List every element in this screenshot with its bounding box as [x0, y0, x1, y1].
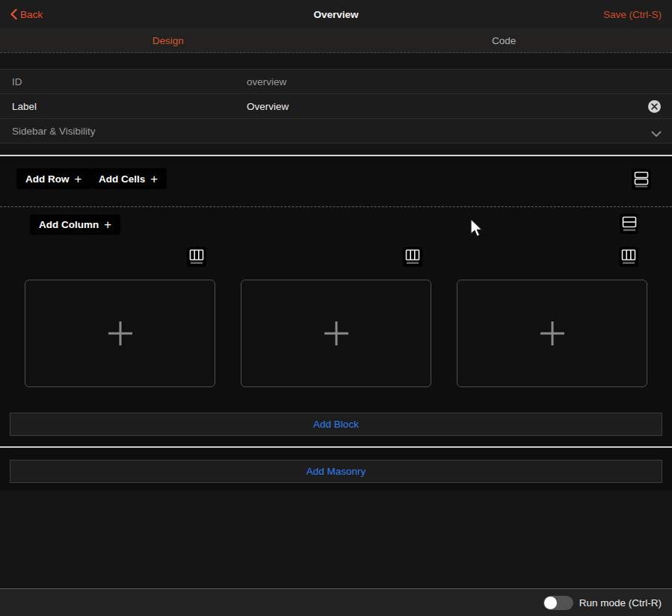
- id-value[interactable]: overview: [247, 76, 286, 87]
- add-column-button[interactable]: Add Column +: [30, 215, 120, 235]
- form-row-label: Label Overview: [0, 94, 672, 119]
- rows-layout-icon: [634, 171, 649, 188]
- tab-bar: Design Code: [0, 28, 672, 53]
- layout-toolbar: Add Row + Add Cells +: [0, 156, 672, 207]
- back-button[interactable]: Back: [10, 0, 43, 28]
- footer-bar: Run mode (Ctrl-R): [0, 588, 672, 616]
- run-mode-toggle[interactable]: [543, 596, 573, 610]
- page-title: Overview: [0, 0, 672, 28]
- chevron-down-icon[interactable]: [651, 127, 662, 141]
- empty-cell-2[interactable]: [241, 280, 431, 387]
- cell-layout-button[interactable]: [620, 214, 638, 234]
- column-layout-button-3[interactable]: [619, 247, 638, 267]
- plus-icon: +: [150, 173, 158, 185]
- column-layout-button-1[interactable]: [187, 247, 206, 267]
- add-plus-icon: [538, 319, 567, 348]
- empty-cell-1[interactable]: [25, 280, 215, 387]
- add-masonry-button[interactable]: Add Masonry: [10, 460, 662, 483]
- back-label: Back: [20, 9, 43, 20]
- form-row-id: ID overview: [0, 70, 672, 94]
- header-bar: Back Overview Save (Ctrl-S): [0, 0, 672, 28]
- column-layout-button-2[interactable]: [403, 247, 422, 267]
- tab-design[interactable]: Design: [0, 28, 336, 52]
- add-row-label: Add Row: [25, 173, 70, 185]
- tab-code[interactable]: Code: [336, 28, 672, 52]
- add-cells-button[interactable]: Add Cells +: [90, 168, 167, 189]
- plus-icon: +: [75, 173, 82, 185]
- row-layout-button[interactable]: [632, 169, 651, 190]
- plus-icon: +: [104, 218, 111, 231]
- add-plus-icon: [106, 319, 135, 348]
- columns-layout-icon: [405, 249, 420, 265]
- empty-cell-3[interactable]: [457, 280, 647, 387]
- add-row-button[interactable]: Add Row +: [16, 168, 90, 189]
- x-icon: [651, 103, 658, 110]
- form-row-sidebar-visibility[interactable]: Sidebar & Visibility: [0, 119, 672, 144]
- add-plus-icon: [322, 319, 351, 348]
- chevron-left-icon: [10, 9, 17, 19]
- run-mode-label: Run mode (Ctrl-R): [579, 589, 662, 616]
- properties-form: ID overview Label Overview Sidebar & Vis…: [0, 69, 672, 144]
- add-column-label: Add Column: [39, 219, 99, 230]
- clear-label-button[interactable]: [648, 100, 661, 113]
- label-value[interactable]: Overview: [247, 101, 289, 112]
- add-block-button[interactable]: Add Block: [10, 413, 662, 436]
- sidebar-visibility-label: Sidebar & Visibility: [12, 126, 96, 137]
- toggle-knob: [544, 597, 557, 609]
- save-button[interactable]: Save (Ctrl-S): [603, 0, 662, 28]
- columns-layout-icon: [621, 249, 636, 265]
- row-canvas: Add Column +: [0, 208, 672, 446]
- columns-layout-icon: [189, 249, 204, 265]
- cells-layout-icon: [622, 216, 637, 232]
- id-label: ID: [12, 76, 22, 87]
- masonry-section: Add Masonry: [0, 448, 672, 490]
- add-cells-label: Add Cells: [99, 173, 145, 185]
- label-label: Label: [12, 101, 37, 112]
